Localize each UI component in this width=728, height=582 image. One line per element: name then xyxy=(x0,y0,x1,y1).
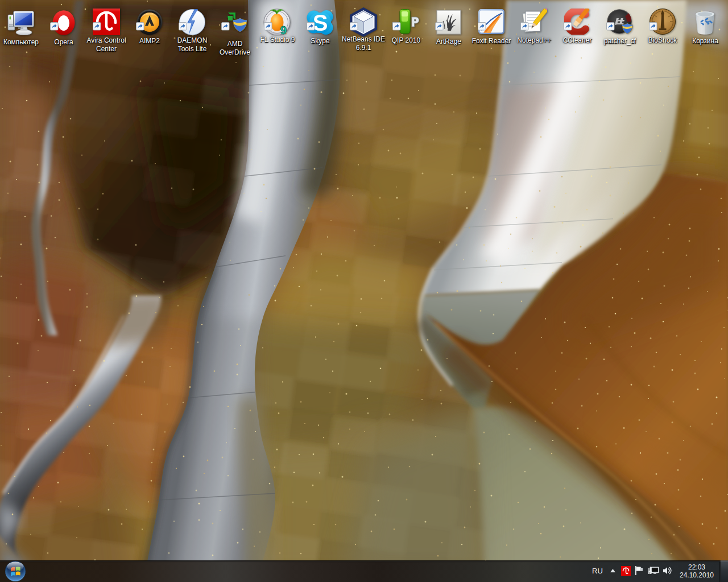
svg-text:9: 9 xyxy=(280,24,287,35)
